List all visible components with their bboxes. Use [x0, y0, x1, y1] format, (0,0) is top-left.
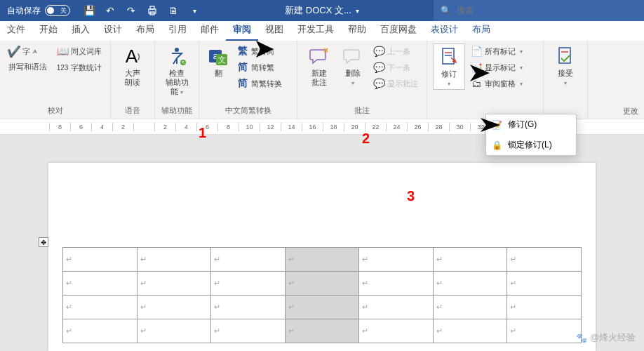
- tab-布局[interactable]: 布局: [465, 20, 497, 41]
- tab-百度网盘[interactable]: 百度网盘: [373, 20, 424, 41]
- annotation-number-1: 1: [199, 125, 206, 141]
- tab-开始[interactable]: 开始: [32, 20, 65, 41]
- table-cell[interactable]: ↵: [211, 319, 286, 343]
- table-cell[interactable]: ↵: [137, 296, 211, 319]
- table-cell[interactable]: ↵: [137, 319, 211, 343]
- table-cell[interactable]: ↵: [63, 248, 137, 272]
- ribbon-tabs: 文件开始插入设计布局引用邮件审阅视图开发工具帮助百度网盘表设计布局: [0, 21, 644, 41]
- table-cell[interactable]: ↵: [137, 272, 211, 296]
- table-cell[interactable]: ↵: [63, 319, 137, 343]
- watermark: 🐾@烽火经验: [576, 331, 636, 344]
- svg-line-15: [202, 49, 260, 132]
- group-label-proofing: 校对: [6, 104, 105, 117]
- table-cell[interactable]: ↵: [285, 319, 359, 343]
- group-proofing: ✔️字A 拼写和语法 📖同义词库 123字数统计 校对: [0, 41, 111, 119]
- template-icon[interactable]: 🗎: [166, 3, 181, 18]
- table-cell[interactable]: ↵: [433, 296, 507, 319]
- qat-more-icon[interactable]: ▾: [187, 3, 202, 18]
- read-aloud-button[interactable]: A) 大声朗读: [116, 44, 149, 88]
- annotation-arrow-1: [200, 41, 277, 139]
- table-cell[interactable]: ↵: [507, 319, 582, 343]
- table-cell[interactable]: ↵: [63, 296, 137, 319]
- title-caret-icon[interactable]: ▾: [356, 7, 359, 15]
- new-comment-button[interactable]: 新建批注: [303, 44, 335, 88]
- comment-icon: [308, 45, 330, 67]
- document-area[interactable]: ✥ ↵↵↵↵↵↵↵↵↵↵↵↵↵↵↵↵↵↵↵↵↵↵↵↵↵↵↵↵: [0, 135, 644, 351]
- spelling-grammar-button[interactable]: 拼写和语法: [6, 60, 50, 74]
- abc-icon: ✔️: [8, 46, 20, 57]
- tab-表设计[interactable]: 表设计: [424, 20, 465, 41]
- all-markup-button[interactable]: 📄所有标记▾: [468, 44, 525, 59]
- table-cell[interactable]: ↵: [285, 272, 359, 296]
- search-input[interactable]: [457, 6, 597, 15]
- count-icon: 123: [57, 62, 68, 73]
- table-cell[interactable]: ↵: [137, 248, 211, 272]
- table-cell[interactable]: ↵: [211, 296, 286, 319]
- tab-帮助[interactable]: 帮助: [341, 20, 373, 41]
- table-cell[interactable]: ↵: [433, 272, 507, 296]
- page: ✥ ↵↵↵↵↵↵↵↵↵↵↵↵↵↵↵↵↵↵↵↵↵↵↵↵↵↵↵↵: [48, 163, 596, 351]
- prev-comment-button[interactable]: 💬上一条: [370, 44, 421, 59]
- autosave-area: 自动保存 关: [0, 5, 77, 17]
- svg-rect-1: [150, 6, 154, 9]
- quick-access-toolbar: 💾 ↶ ↷ 🗎 ▾: [77, 3, 206, 18]
- svg-rect-9: [443, 48, 454, 64]
- tab-开发工具[interactable]: 开发工具: [290, 20, 341, 41]
- table-cell[interactable]: ↵: [359, 319, 434, 343]
- table-cell[interactable]: ↵: [507, 296, 582, 319]
- thesaurus-button[interactable]: 📖同义词库: [54, 44, 105, 59]
- redo-icon[interactable]: ↷: [123, 3, 139, 18]
- ribbon: ✔️字A 拼写和语法 📖同义词库 123字数统计 校对 A) 大声朗读 语音 检…: [0, 41, 644, 119]
- wordcount-button[interactable]: 123字数统计: [54, 60, 105, 75]
- table-cell[interactable]: ↵: [359, 248, 434, 272]
- table-cell[interactable]: ↵: [433, 248, 507, 272]
- readaloud-icon: A): [121, 45, 144, 67]
- tab-审阅[interactable]: 审阅: [226, 20, 258, 41]
- print-icon[interactable]: [145, 3, 160, 18]
- save-icon[interactable]: 💾: [81, 3, 97, 18]
- tab-布局[interactable]: 布局: [129, 20, 161, 41]
- tab-视图[interactable]: 视图: [258, 20, 290, 41]
- undo-icon[interactable]: ↶: [102, 3, 118, 18]
- document-table[interactable]: ↵↵↵↵↵↵↵↵↵↵↵↵↵↵↵↵↵↵↵↵↵↵↵↵↵↵↵↵: [62, 247, 582, 343]
- table-cell[interactable]: ↵: [63, 272, 137, 296]
- search-box[interactable]: 🔍: [434, 0, 644, 21]
- table-move-handle[interactable]: ✥: [39, 237, 48, 247]
- table-cell[interactable]: ↵: [433, 319, 507, 343]
- table-cell[interactable]: ↵: [211, 248, 286, 272]
- group-speech: A) 大声朗读 语音: [111, 41, 155, 119]
- table-cell[interactable]: ↵: [507, 272, 582, 296]
- table-cell[interactable]: ↵: [211, 272, 286, 296]
- table-cell[interactable]: ↵: [359, 272, 434, 296]
- table-cell[interactable]: ↵: [285, 248, 359, 272]
- tab-文件[interactable]: 文件: [0, 20, 32, 41]
- book-icon: 📖: [57, 46, 68, 57]
- group-changes: 接受▾: [544, 41, 588, 119]
- markup-icon: 📄: [471, 46, 482, 57]
- accept-icon: [554, 45, 577, 67]
- prev-icon: 💬: [373, 46, 384, 57]
- autosave-label: 自动保存: [7, 5, 41, 17]
- accept-button[interactable]: 接受▾: [549, 44, 582, 88]
- delete-comment-icon: [342, 45, 364, 67]
- spelling-button[interactable]: ✔️字A: [6, 44, 50, 59]
- title-bar: 自动保存 关 💾 ↶ ↷ 🗎 ▾ 新建 DOCX 文... ▾ 🔍: [0, 0, 644, 21]
- tab-设计[interactable]: 设计: [97, 20, 129, 41]
- tab-引用[interactable]: 引用: [161, 20, 194, 41]
- group-accessibility: 检查辅助功能 ▾ 辅助功能: [155, 41, 199, 119]
- tab-插入[interactable]: 插入: [65, 20, 97, 41]
- accessibility-icon: [166, 45, 188, 67]
- svg-line-19: [412, 125, 486, 195]
- table-cell[interactable]: ↵: [507, 248, 582, 272]
- annotation-number-2: 2: [362, 131, 370, 147]
- tab-邮件[interactable]: 邮件: [194, 20, 226, 41]
- group-label-speech: 语音: [116, 104, 149, 117]
- paw-icon: 🐾: [576, 333, 587, 343]
- table-cell[interactable]: ↵: [359, 296, 434, 319]
- changes-label: 更改: [623, 106, 638, 117]
- svg-point-3: [175, 48, 179, 52]
- autosave-toggle[interactable]: 关: [45, 5, 70, 16]
- svg-marker-18: [481, 118, 500, 132]
- check-accessibility-button[interactable]: 检查辅助功能 ▾: [161, 44, 193, 98]
- table-cell[interactable]: ↵: [285, 296, 359, 319]
